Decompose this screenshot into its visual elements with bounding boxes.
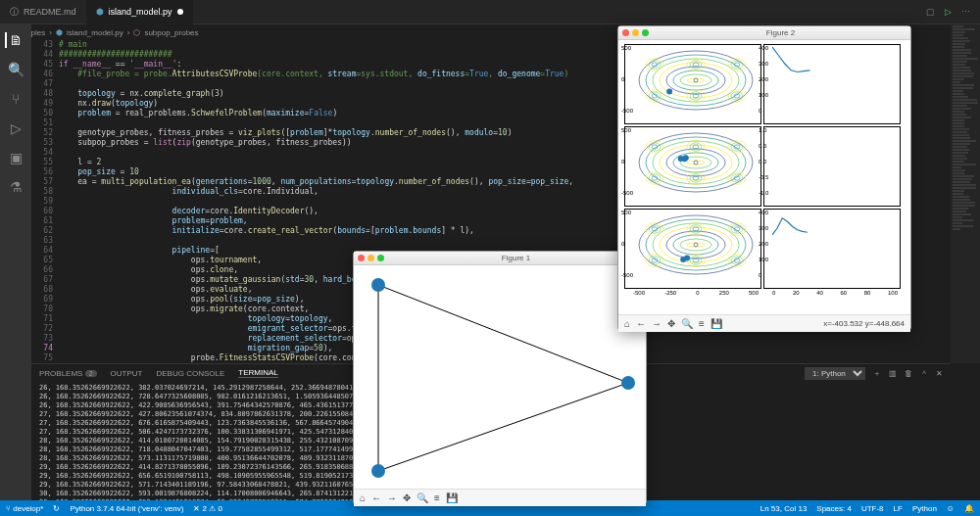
- svg-point-5: [371, 464, 385, 478]
- dirty-indicator-icon: [177, 9, 183, 15]
- minimize-icon[interactable]: [632, 29, 639, 36]
- svg-rect-6: [633, 47, 759, 114]
- figure-2-titlebar[interactable]: Figure 2: [618, 26, 910, 40]
- coord-readout: x=-403.532 y=-448.664: [823, 319, 905, 328]
- figure-1-window[interactable]: Figure 1 ⌂ ← → ✥ 🔍 ≡ 💾: [353, 251, 647, 505]
- tab-debug-console[interactable]: DEBUG CONSOLE: [157, 369, 225, 378]
- svg-rect-35: [772, 47, 898, 114]
- split-icon[interactable]: ▢: [926, 7, 935, 17]
- more-icon[interactable]: ⋯: [961, 7, 970, 17]
- editor-actions: ▢ ▷ ⋯: [926, 7, 980, 17]
- zoom-icon[interactable]: 🔍: [681, 318, 693, 329]
- indent-status[interactable]: Spaces: 4: [816, 504, 852, 513]
- tab-readme[interactable]: ⓘ README.md: [0, 0, 86, 24]
- split-terminal-icon[interactable]: ▥: [889, 369, 897, 378]
- test-icon[interactable]: ⚗: [10, 179, 23, 195]
- save-icon[interactable]: 💾: [710, 318, 722, 329]
- search-icon[interactable]: 🔍: [8, 62, 24, 77]
- minimap[interactable]: [951, 24, 980, 363]
- run-icon[interactable]: ▷: [945, 7, 952, 17]
- forward-icon[interactable]: →: [387, 493, 397, 503]
- info-icon: ⓘ: [10, 6, 19, 19]
- tab-island-model[interactable]: ⬢ island_model.py: [86, 0, 193, 24]
- tab-terminal[interactable]: TERMINAL: [238, 368, 277, 378]
- home-icon[interactable]: ⌂: [624, 318, 630, 329]
- figure-1-titlebar[interactable]: Figure 1: [354, 252, 646, 265]
- svg-rect-67: [772, 129, 898, 196]
- svg-point-66: [683, 155, 689, 161]
- branch-indicator[interactable]: ⑂ develop*: [6, 504, 43, 513]
- close-icon[interactable]: [358, 255, 365, 261]
- svg-rect-98: [772, 211, 898, 278]
- debug-icon[interactable]: ▷: [11, 120, 22, 136]
- minimize-icon[interactable]: [368, 255, 374, 261]
- sync-icon[interactable]: ↻: [53, 504, 60, 513]
- zoom-window-icon[interactable]: [642, 29, 649, 36]
- tab-label: island_model.py: [109, 7, 172, 17]
- config-icon[interactable]: ≡: [699, 318, 705, 329]
- figure-2-window[interactable]: Figure 2 -500-2500250500 5000-500 020406…: [617, 25, 911, 331]
- tab-problems[interactable]: PROBLEMS 2: [39, 369, 97, 378]
- problems-status[interactable]: ✕ 2 ⚠ 0: [193, 504, 222, 513]
- pan-icon[interactable]: ✥: [667, 318, 675, 329]
- tab-output[interactable]: OUTPUT: [111, 369, 143, 378]
- encoding-status[interactable]: UTF-8: [861, 504, 884, 513]
- files-icon[interactable]: 🗎: [5, 32, 23, 48]
- back-icon[interactable]: ←: [371, 493, 381, 503]
- feedback-icon[interactable]: ☺: [947, 504, 955, 513]
- svg-point-4: [621, 376, 635, 390]
- close-icon[interactable]: [622, 29, 629, 36]
- home-icon[interactable]: ⌂: [360, 493, 366, 503]
- python-icon: ⬢: [96, 7, 104, 17]
- tab-label: README.md: [24, 7, 76, 17]
- figure-2-canvas[interactable]: -500-2500250500 5000-500 020406080100 40…: [618, 40, 910, 314]
- maximize-icon[interactable]: ＾: [920, 368, 928, 379]
- pan-icon[interactable]: ✥: [403, 493, 411, 503]
- svg-rect-36: [633, 129, 759, 196]
- svg-point-97: [684, 256, 690, 261]
- figure-2-title: Figure 2: [766, 28, 795, 37]
- svg-line-1: [378, 383, 628, 471]
- line-gutter: 4344454647484950515253545556575859606162…: [31, 40, 59, 363]
- close-panel-icon[interactable]: ✕: [936, 369, 943, 378]
- figure-1-canvas[interactable]: [354, 265, 646, 489]
- figure-2-toolbar: ⌂ ← → ✥ 🔍 ≡ 💾 x=-403.532 y=-448.664: [618, 314, 910, 332]
- back-icon[interactable]: ←: [636, 318, 646, 329]
- zoom-window-icon[interactable]: [377, 255, 384, 261]
- extensions-icon[interactable]: ▣: [10, 150, 23, 165]
- trash-icon[interactable]: 🗑: [905, 369, 912, 378]
- language-status[interactable]: Python: [912, 504, 937, 513]
- config-icon[interactable]: ≡: [434, 493, 440, 503]
- forward-icon[interactable]: →: [652, 318, 662, 329]
- svg-line-0: [378, 285, 628, 383]
- svg-rect-68: [633, 211, 759, 278]
- save-icon[interactable]: 💾: [446, 493, 458, 503]
- bell-icon[interactable]: 🔔: [964, 504, 974, 513]
- eol-status[interactable]: LF: [894, 504, 903, 513]
- zoom-icon[interactable]: 🔍: [416, 493, 428, 503]
- editor-tabbar: ⓘ README.md ⬢ island_model.py ▢ ▷ ⋯: [0, 0, 980, 24]
- svg-point-3: [371, 278, 385, 292]
- python-interpreter[interactable]: Python 3.7.4 64-bit ('venv': venv): [70, 504, 183, 513]
- source-control-icon[interactable]: ⑂: [12, 91, 20, 107]
- figure-1-toolbar: ⌂ ← → ✥ 🔍 ≡ 💾: [354, 489, 646, 506]
- cursor-position[interactable]: Ln 53, Col 13: [760, 504, 808, 513]
- terminal-selector[interactable]: 1: Python: [805, 367, 865, 380]
- svg-point-34: [666, 89, 672, 95]
- figure-1-title: Figure 1: [502, 254, 530, 262]
- activity-bar: 🗎 🔍 ⑂ ▷ ▣ ⚗: [0, 24, 31, 500]
- new-terminal-icon[interactable]: ＋: [873, 368, 881, 379]
